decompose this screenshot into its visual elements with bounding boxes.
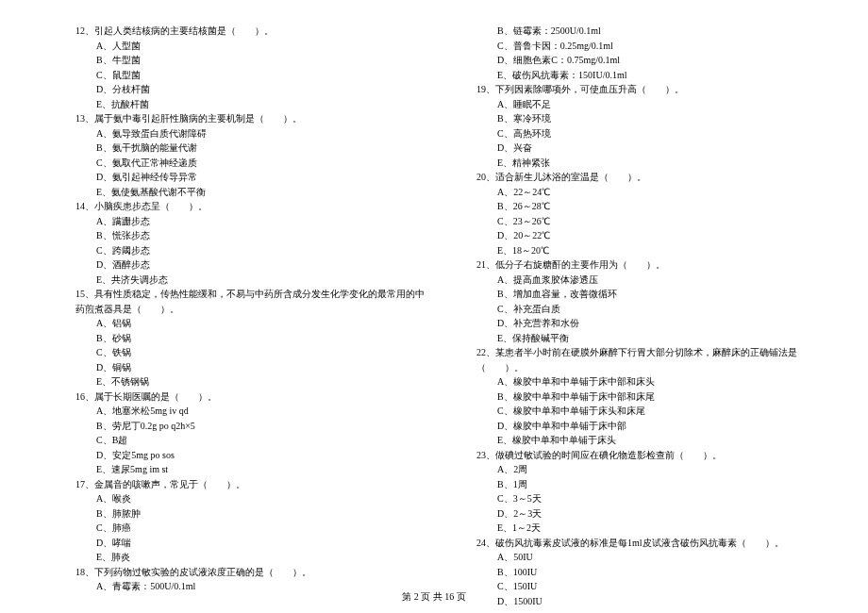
option-a: A、2周 bbox=[476, 462, 830, 477]
question-16: 16、属于长期医嘱的是（ ）。 A、地塞米松5mg iv qd B、劳尼丁0.2… bbox=[75, 389, 429, 477]
option-c: C、23～26℃ bbox=[476, 214, 830, 229]
question-text: 20、适合新生儿沐浴的室温是（ ）。 bbox=[476, 170, 830, 185]
option-c: C、跨阈步态 bbox=[75, 243, 429, 258]
option-e: E、氨使氨基酸代谢不平衡 bbox=[75, 185, 429, 200]
option-b: B、氨干扰脑的能量代谢 bbox=[75, 141, 429, 156]
option-d: D、安定5mg po sos bbox=[75, 448, 429, 463]
option-d: D、橡胶中单和中单铺于床中部 bbox=[476, 419, 830, 434]
option-b: B、增加血容量，改善微循环 bbox=[476, 287, 830, 302]
option-b: B、劳尼丁0.2g po q2h×5 bbox=[75, 419, 429, 434]
question-17: 17、金属音的咳嗽声，常见于（ ）。 A、喉炎 B、肺脓肿 C、肺癌 D、哮喘 … bbox=[75, 477, 429, 565]
question-18-cont: B、链霉素：2500U/0.1ml C、普鲁卡因：0.25mg/0.1ml D、… bbox=[476, 24, 830, 82]
option-e: E、橡胶中单和中单铺于床头 bbox=[476, 433, 830, 448]
option-d: D、酒醉步态 bbox=[75, 257, 429, 273]
question-text: 14、小脑疾患步态呈（ ）。 bbox=[75, 199, 429, 214]
option-a: A、喉炎 bbox=[75, 491, 429, 506]
question-23: 23、做碘过敏试验的时间应在碘化物造影检查前（ ）。 A、2周 B、1周 C、3… bbox=[476, 448, 830, 536]
question-19: 19、下列因素除哪项外，可使血压升高（ ）。 A、睡眠不足 B、寒冷环境 C、高… bbox=[476, 82, 830, 170]
question-text: 13、属于氨中毒引起肝性脑病的主要机制是（ ）。 bbox=[75, 111, 429, 126]
option-b: B、砂锅 bbox=[75, 331, 429, 346]
option-b: B、慌张步态 bbox=[75, 228, 429, 243]
question-text: 12、引起人类结核病的主要结核菌是（ ）。 bbox=[75, 24, 429, 39]
question-text: 15、具有性质稳定，传热性能缓和，不易与中药所含成分发生化学变化的最常用的中药煎… bbox=[75, 287, 429, 316]
option-e: E、不锈钢锅 bbox=[75, 374, 429, 389]
option-c: C、氨取代正常神经递质 bbox=[75, 156, 429, 171]
option-a: A、橡胶中单和中单铺于床中部和床头 bbox=[476, 374, 830, 389]
option-e: E、精神紧张 bbox=[476, 156, 830, 171]
question-text: 24、破伤风抗毒素皮试液的标准是每1ml皮试液含破伤风抗毒素（ ）。 bbox=[476, 536, 830, 551]
option-a: A、铝锅 bbox=[75, 316, 429, 331]
option-b: B、1周 bbox=[476, 477, 830, 492]
option-d: D、补充营养和水份 bbox=[476, 316, 830, 331]
option-c: C、肺癌 bbox=[75, 521, 429, 536]
option-b: B、牛型菌 bbox=[75, 53, 429, 68]
left-column: 12、引起人类结核病的主要结核菌是（ ）。 A、人型菌 B、牛型菌 C、鼠型菌 … bbox=[75, 24, 429, 566]
option-e: E、速尿5mg im st bbox=[75, 462, 429, 477]
option-c: C、高热环境 bbox=[476, 126, 830, 141]
option-d: D、哮喘 bbox=[75, 536, 429, 551]
question-13: 13、属于氨中毒引起肝性脑病的主要机制是（ ）。 A、氨导致蛋白质代谢障碍 B、… bbox=[75, 111, 429, 199]
question-20: 20、适合新生儿沐浴的室温是（ ）。 A、22～24℃ B、26～28℃ C、2… bbox=[476, 170, 830, 257]
option-c: C、B超 bbox=[75, 433, 429, 448]
option-b: B、26～28℃ bbox=[476, 199, 830, 214]
question-12: 12、引起人类结核病的主要结核菌是（ ）。 A、人型菌 B、牛型菌 C、鼠型菌 … bbox=[75, 24, 429, 111]
option-e: E、抗酸杆菌 bbox=[75, 97, 429, 112]
option-d: D、氨引起神经传导异常 bbox=[75, 170, 429, 185]
question-15: 15、具有性质稳定，传热性能缓和，不易与中药所含成分发生化学变化的最常用的中药煎… bbox=[75, 287, 429, 389]
option-c: C、普鲁卡因：0.25mg/0.1ml bbox=[476, 39, 830, 54]
option-d: D、2～3天 bbox=[476, 506, 830, 522]
content-columns: 12、引起人类结核病的主要结核菌是（ ）。 A、人型菌 B、牛型菌 C、鼠型菌 … bbox=[75, 24, 830, 566]
option-a: A、提高血浆胶体渗透压 bbox=[476, 273, 830, 288]
option-e: E、破伤风抗毒素：150IU/0.1ml bbox=[476, 68, 830, 83]
option-e: E、18～20℃ bbox=[476, 243, 830, 258]
question-text: 21、低分子右旋糖酐的主要作用为（ ）。 bbox=[476, 257, 830, 273]
question-text: 23、做碘过敏试验的时间应在碘化物造影检查前（ ）。 bbox=[476, 448, 830, 463]
question-text: 22、某患者半小时前在硬膜外麻醉下行胃大部分切除术，麻醉床的正确铺法是（ ）。 bbox=[476, 345, 830, 374]
option-d: D、20～22℃ bbox=[476, 228, 830, 243]
option-c: C、3～5天 bbox=[476, 491, 830, 506]
option-e: E、保持酸碱平衡 bbox=[476, 331, 830, 346]
option-b: B、橡胶中单和中单铺于床中部和床尾 bbox=[476, 389, 830, 405]
option-e: E、共济失调步态 bbox=[75, 273, 429, 288]
option-b: B、肺脓肿 bbox=[75, 506, 429, 522]
option-a: A、22～24℃ bbox=[476, 185, 830, 200]
option-a: A、50IU bbox=[476, 550, 830, 565]
option-a: A、地塞米松5mg iv qd bbox=[75, 404, 429, 419]
option-a: A、人型菌 bbox=[75, 39, 429, 54]
question-text: 16、属于长期医嘱的是（ ）。 bbox=[75, 389, 429, 405]
right-column: B、链霉素：2500U/0.1ml C、普鲁卡因：0.25mg/0.1ml D、… bbox=[476, 24, 830, 566]
option-d: D、兴奋 bbox=[476, 141, 830, 156]
question-18: 18、下列药物过敏实验的皮试液浓度正确的是（ ）。 A、青霉素：500U/0.1… bbox=[75, 565, 429, 594]
question-14: 14、小脑疾患步态呈（ ）。 A、蹒跚步态 B、慌张步态 C、跨阈步态 D、酒醉… bbox=[75, 199, 429, 287]
question-text: 19、下列因素除哪项外，可使血压升高（ ）。 bbox=[476, 82, 830, 97]
question-text: 17、金属音的咳嗽声，常见于（ ）。 bbox=[75, 477, 429, 492]
option-c: C、鼠型菌 bbox=[75, 68, 429, 83]
question-21: 21、低分子右旋糖酐的主要作用为（ ）。 A、提高血浆胶体渗透压 B、增加血容量… bbox=[476, 257, 830, 345]
option-c: C、补充蛋白质 bbox=[476, 302, 830, 317]
option-e: E、1～2天 bbox=[476, 521, 830, 536]
option-a: A、氨导致蛋白质代谢障碍 bbox=[75, 126, 429, 141]
option-d: D、分枝杆菌 bbox=[75, 82, 429, 97]
option-d: D、铜锅 bbox=[75, 360, 429, 375]
question-text: 18、下列药物过敏实验的皮试液浓度正确的是（ ）。 bbox=[75, 565, 429, 580]
option-e: E、肺炎 bbox=[75, 550, 429, 565]
option-c: C、橡胶中单和中单铺于床头和床尾 bbox=[476, 404, 830, 419]
page-footer: 第 2 页 共 16 页 bbox=[0, 590, 868, 604]
option-b: B、寒冷环境 bbox=[476, 111, 830, 126]
option-a: A、蹒跚步态 bbox=[75, 214, 429, 229]
option-c: C、铁锅 bbox=[75, 345, 429, 360]
option-b: B、链霉素：2500U/0.1ml bbox=[476, 24, 830, 39]
option-d: D、细胞色素C：0.75mg/0.1ml bbox=[476, 53, 830, 68]
option-b: B、100IU bbox=[476, 565, 830, 580]
question-22: 22、某患者半小时前在硬膜外麻醉下行胃大部分切除术，麻醉床的正确铺法是（ ）。 … bbox=[476, 345, 830, 448]
option-a: A、睡眠不足 bbox=[476, 97, 830, 112]
